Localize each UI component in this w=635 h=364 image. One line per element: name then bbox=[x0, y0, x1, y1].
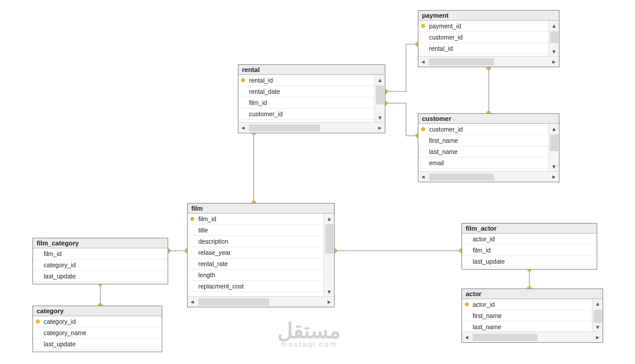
column-film-title[interactable]: title bbox=[188, 225, 323, 236]
scroll-down-icon[interactable]: ▾ bbox=[593, 323, 603, 332]
scroll-left-icon[interactable]: ◂ bbox=[238, 123, 248, 133]
column-rental-customer_id[interactable]: customer_id bbox=[238, 109, 374, 120]
table-title-customer[interactable]: customer bbox=[418, 114, 559, 124]
scroll-right-icon[interactable]: ▸ bbox=[549, 172, 559, 182]
vscroll-film[interactable]: ▴▾ bbox=[323, 214, 334, 296]
vscroll-thumb[interactable] bbox=[594, 310, 602, 323]
table-film_category[interactable]: film_categoryfilm_idcategory_idlast_upda… bbox=[32, 238, 168, 284]
hscroll-actor[interactable]: ◂▸ bbox=[462, 332, 603, 342]
watermark-latin: mostaql.com bbox=[277, 340, 341, 349]
scroll-up-icon[interactable]: ▴ bbox=[549, 21, 559, 30]
scroll-up-icon[interactable]: ▴ bbox=[325, 214, 334, 223]
table-title-film_category[interactable]: film_category bbox=[33, 238, 168, 248]
vscroll-thumb[interactable] bbox=[325, 224, 333, 254]
column-actor-actor_id[interactable]: actor_id bbox=[462, 299, 592, 310]
column-category-category_name[interactable]: category_name bbox=[33, 327, 162, 339]
column-film_actor-film_id[interactable]: film_id bbox=[462, 245, 597, 256]
relation-rental-customer bbox=[385, 103, 418, 136]
column-customer-customer_id[interactable]: customer_id bbox=[418, 124, 548, 135]
column-category-category_id[interactable]: category_id bbox=[33, 316, 162, 327]
table-actor[interactable]: actoractor_idfirst_namelast_name▴▾◂▸ bbox=[461, 288, 603, 343]
column-film-rental_rate[interactable]: rental_rate bbox=[188, 258, 323, 270]
table-title-film[interactable]: film bbox=[188, 204, 334, 214]
scroll-up-icon[interactable]: ▴ bbox=[593, 299, 603, 309]
columns-film_actor: actor_idfilm_idlast_update bbox=[462, 234, 597, 269]
scroll-left-icon[interactable]: ◂ bbox=[462, 333, 472, 342]
table-customer[interactable]: customercustomer_idfirst_namelast_nameem… bbox=[418, 113, 559, 182]
scroll-left-icon[interactable]: ◂ bbox=[418, 57, 428, 67]
hscroll-thumb[interactable] bbox=[473, 334, 538, 341]
column-film_actor-actor_id[interactable]: actor_id bbox=[462, 234, 597, 245]
hscroll-film[interactable]: ◂▸ bbox=[188, 296, 334, 307]
vscroll-thumb[interactable] bbox=[376, 86, 384, 104]
column-rental-rental_date[interactable]: rental_date bbox=[238, 86, 374, 97]
table-category[interactable]: categorycategory_idcategory_namelast_upd… bbox=[32, 306, 162, 352]
scroll-right-icon[interactable]: ▸ bbox=[375, 123, 385, 133]
column-film-replacment_cost[interactable]: replacment_cost bbox=[188, 281, 323, 292]
column-actor-last_name[interactable]: last_name bbox=[462, 322, 592, 332]
column-film_category-last_update[interactable]: last_update bbox=[33, 271, 168, 282]
table-film_actor[interactable]: film_actoractor_idfilm_idlast_update bbox=[461, 223, 597, 270]
column-actor-first_name[interactable]: first_name bbox=[462, 310, 592, 322]
vscroll-customer[interactable]: ▴▾ bbox=[548, 124, 559, 171]
vscroll-thumb[interactable] bbox=[550, 31, 558, 43]
columns-category: category_idcategory_namelast_update bbox=[33, 316, 162, 352]
column-film-relase_year[interactable]: relase_year bbox=[188, 247, 323, 258]
columns-rental: rental_idrental_datefilm_idcustomer_id▴▾ bbox=[238, 75, 385, 122]
column-customer-last_name[interactable]: last_name bbox=[418, 146, 548, 158]
table-title-payment[interactable]: payment bbox=[418, 11, 559, 21]
vscroll-rental[interactable]: ▴▾ bbox=[374, 75, 385, 122]
column-payment-rental_id[interactable]: rental_id bbox=[418, 43, 548, 54]
scroll-left-icon[interactable]: ◂ bbox=[188, 297, 197, 307]
columns-payment: payment_idcustomer_idrental_id▴▾ bbox=[418, 21, 559, 56]
hscroll-rental[interactable]: ◂▸ bbox=[238, 122, 385, 133]
scroll-left-icon[interactable]: ◂ bbox=[418, 172, 428, 182]
table-title-category[interactable]: category bbox=[33, 306, 162, 316]
table-film[interactable]: filmfilm_idtitledescriptionrelase_yearre… bbox=[187, 203, 335, 307]
column-film-description[interactable]: description bbox=[188, 236, 323, 247]
table-title-rental[interactable]: rental bbox=[238, 65, 385, 75]
table-rental[interactable]: rentalrental_idrental_datefilm_idcustome… bbox=[238, 64, 385, 133]
column-film_actor-last_update[interactable]: last_update bbox=[462, 256, 597, 267]
vscroll-thumb[interactable] bbox=[550, 135, 558, 151]
table-payment[interactable]: paymentpayment_idcustomer_idrental_id▴▾◂… bbox=[418, 10, 559, 67]
table-title-actor[interactable]: actor bbox=[462, 289, 603, 299]
columns-actor: actor_idfirst_namelast_name▴▾ bbox=[462, 299, 603, 332]
column-payment-payment_id[interactable]: payment_id bbox=[418, 21, 548, 32]
column-film_category-category_id[interactable]: category_id bbox=[33, 260, 168, 271]
hscroll-thumb[interactable] bbox=[198, 299, 269, 306]
column-customer-first_name[interactable]: first_name bbox=[418, 135, 548, 146]
scroll-right-icon[interactable]: ▸ bbox=[325, 297, 334, 307]
columns-film: film_idtitledescriptionrelase_yearrental… bbox=[188, 214, 334, 296]
scroll-up-icon[interactable]: ▴ bbox=[549, 124, 559, 133]
hscroll-thumb[interactable] bbox=[249, 124, 320, 132]
relation-payment-rental bbox=[385, 44, 418, 91]
column-category-last_update[interactable]: last_update bbox=[33, 339, 162, 350]
column-film_category-film_id[interactable]: film_id bbox=[33, 248, 168, 260]
hscroll-payment[interactable]: ◂▸ bbox=[418, 56, 559, 67]
watermark: مستقل mostaql.com bbox=[277, 319, 341, 349]
vscroll-payment[interactable]: ▴▾ bbox=[548, 21, 559, 56]
column-customer-email[interactable]: email bbox=[418, 158, 548, 169]
columns-customer: customer_idfirst_namelast_nameemail▴▾ bbox=[418, 124, 559, 171]
column-rental-film_id[interactable]: film_id bbox=[238, 97, 374, 109]
column-rental-rental_id[interactable]: rental_id bbox=[238, 75, 374, 86]
column-film-length[interactable]: length bbox=[188, 270, 323, 281]
scroll-up-icon[interactable]: ▴ bbox=[375, 75, 385, 84]
hscroll-thumb[interactable] bbox=[429, 173, 494, 181]
scroll-down-icon[interactable]: ▾ bbox=[375, 113, 385, 122]
scroll-right-icon[interactable]: ▸ bbox=[593, 333, 603, 342]
scroll-down-icon[interactable]: ▾ bbox=[549, 47, 559, 56]
scroll-down-icon[interactable]: ▾ bbox=[325, 287, 334, 296]
columns-film_category: film_idcategory_idlast_update bbox=[33, 248, 168, 284]
table-title-film_actor[interactable]: film_actor bbox=[462, 224, 597, 234]
column-film-film_id[interactable]: film_id bbox=[188, 214, 323, 225]
hscroll-thumb[interactable] bbox=[429, 58, 494, 65]
column-payment-customer_id[interactable]: customer_id bbox=[418, 32, 548, 43]
scroll-down-icon[interactable]: ▾ bbox=[549, 162, 559, 171]
scroll-right-icon[interactable]: ▸ bbox=[549, 57, 559, 67]
hscroll-customer[interactable]: ◂▸ bbox=[418, 171, 559, 182]
vscroll-actor[interactable]: ▴▾ bbox=[592, 299, 603, 332]
